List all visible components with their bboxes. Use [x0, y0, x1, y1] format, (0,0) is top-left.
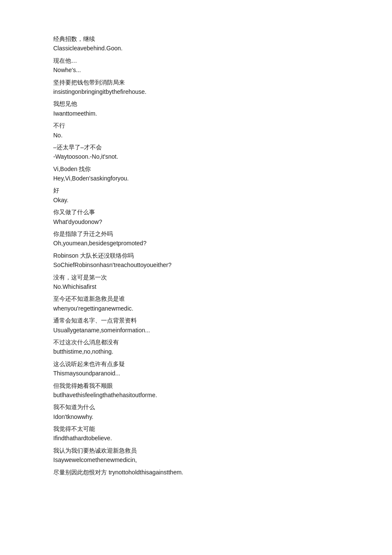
english-subtitle: Okay. [53, 195, 339, 205]
english-subtitle: butlhavethisfeelingthathehasitoutforme. [53, 390, 339, 400]
chinese-subtitle: 尽量别因此怨恨对方 trynottoholdthisagainstthem. [53, 468, 339, 477]
english-subtitle: Isaywewelcomethenewmedicin, [53, 455, 339, 465]
chinese-subtitle: 坚持要把钱包带到消防局来 [53, 78, 339, 87]
chinese-subtitle: Robinson 大队长还没联络你吗 [53, 251, 339, 260]
chinese-subtitle: 现在他… [53, 56, 339, 65]
chinese-subtitle: 我想见他 [53, 99, 339, 108]
english-subtitle: butthistime,no,nothing. [53, 347, 339, 356]
chinese-subtitle: 通常会知道名字、一点背景资料 [53, 316, 339, 325]
subtitle-block: 现在他…Nowhe's... [53, 56, 339, 75]
chinese-subtitle: 你又做了什么事 [53, 207, 339, 217]
subtitle-block: 这么说听起来也许有点多疑Thismaysoundparanoid... [53, 359, 339, 378]
subtitle-block: Vi,Boden 找你Hey,Vi,Boden'saskingforyou. [53, 164, 339, 183]
english-subtitle: whenyou'regettinganewmedic. [53, 304, 339, 313]
english-subtitle: Nowhe's... [53, 65, 339, 75]
english-subtitle: Usuallygetaname,someinformation... [53, 325, 339, 335]
chinese-subtitle: 你是指除了升迁之外吗 [53, 229, 339, 238]
subtitle-block: 不过这次什么消息都没有butthistime,no,nothing. [53, 337, 339, 357]
chinese-subtitle: 经典招数，继续 [53, 34, 339, 44]
english-subtitle: What'dyoudonow? [53, 217, 339, 227]
subtitle-block: Robinson 大队长还没联络你吗SoChiefRobinsonhasn'tr… [53, 251, 339, 270]
english-subtitle: Ifindthathardtobelieve. [53, 433, 339, 443]
chinese-subtitle: 我不知道为什么 [53, 402, 339, 412]
subtitle-block: 你又做了什么事What'dyoudonow? [53, 207, 339, 227]
english-subtitle: SoChiefRobinsonhasn'treachouttoyoueither… [53, 260, 339, 270]
subtitle-block: 经典招数，继续Classicleavebehind.Goon. [53, 34, 339, 53]
subtitle-block: 至今还不知道新急救员是谁whenyou'regettinganewmedic. [53, 294, 339, 313]
english-subtitle: Hey,Vi,Boden'saskingforyou. [53, 174, 339, 183]
english-subtitle: -Waytoosoon.-No,it'snot. [53, 152, 339, 161]
subtitle-container: 经典招数，继续Classicleavebehind.Goon.现在他…Nowhe… [53, 34, 339, 477]
english-subtitle: Idon'tknowwhy. [53, 412, 339, 421]
chinese-subtitle: 不行 [53, 121, 339, 130]
english-subtitle: Iwanttomeethim. [53, 109, 339, 118]
english-subtitle: No. [53, 131, 339, 140]
english-subtitle: Classicleavebehind.Goon. [53, 44, 339, 53]
chinese-subtitle: 没有，这可是第一次 [53, 273, 339, 282]
chinese-subtitle: –还太早了–才不会 [53, 142, 339, 152]
chinese-subtitle: 好 [53, 186, 339, 195]
chinese-subtitle: 我觉得不太可能 [53, 424, 339, 433]
subtitle-block: 坚持要把钱包带到消防局来insistingonbringingitbythefi… [53, 78, 339, 97]
chinese-subtitle: Vi,Boden 找你 [53, 164, 339, 174]
subtitle-block: 但我觉得她看我不顺眼butlhavethisfeelingthathehasit… [53, 381, 339, 400]
subtitle-block: 你是指除了升迁之外吗Oh,youmean,besidesgetpromoted? [53, 229, 339, 248]
subtitle-block: 不行No. [53, 121, 339, 140]
chinese-subtitle: 至今还不知道新急救员是谁 [53, 294, 339, 303]
english-subtitle: insistingonbringingitbythefirehouse. [53, 87, 339, 96]
subtitle-block: 我认为我们要热诚欢迎新急救员Isaywewelcomethenewmedicin… [53, 446, 339, 465]
subtitle-block: 我想见他Iwanttomeethim. [53, 99, 339, 118]
subtitle-block: 没有，这可是第一次No.Whichisafirst [53, 273, 339, 292]
chinese-subtitle: 我认为我们要热诚欢迎新急救员 [53, 446, 339, 455]
subtitle-block: 尽量别因此怨恨对方 trynottoholdthisagainstthem. [53, 468, 339, 477]
subtitle-block: –还太早了–才不会-Waytoosoon.-No,it'snot. [53, 142, 339, 162]
english-subtitle: Oh,youmean,besidesgetpromoted? [53, 238, 339, 248]
chinese-subtitle: 这么说听起来也许有点多疑 [53, 359, 339, 369]
english-subtitle: No.Whichisafirst [53, 282, 339, 291]
subtitle-block: 我不知道为什么Idon'tknowwhy. [53, 402, 339, 421]
subtitle-block: 我觉得不太可能Ifindthathardtobelieve. [53, 424, 339, 443]
subtitle-block: 好Okay. [53, 186, 339, 205]
english-subtitle: Thismaysoundparanoid... [53, 369, 339, 378]
chinese-subtitle: 但我觉得她看我不顺眼 [53, 381, 339, 390]
subtitle-block: 通常会知道名字、一点背景资料Usuallygetaname,someinform… [53, 316, 339, 335]
chinese-subtitle: 不过这次什么消息都没有 [53, 337, 339, 347]
